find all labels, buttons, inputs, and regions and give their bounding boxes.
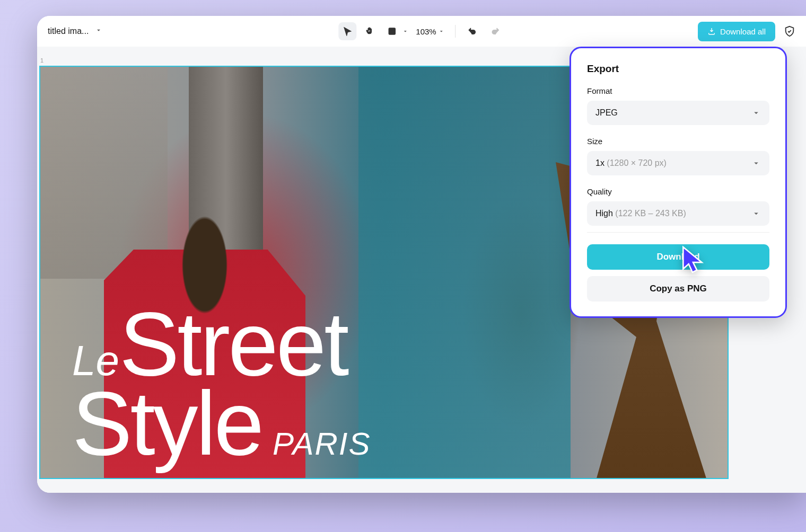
crop-tool-dropdown[interactable] — [383, 22, 408, 40]
crop-icon — [387, 26, 397, 36]
size-label: Size — [587, 137, 769, 146]
toolbar-center-group: 103% — [338, 22, 504, 40]
zoom-value: 103% — [416, 27, 436, 36]
chevron-down-icon — [751, 108, 761, 118]
quality-detail: (122 KB – 243 KB) — [615, 209, 686, 218]
cursor-icon — [343, 26, 352, 36]
quality-select[interactable]: High (122 KB – 243 KB) — [587, 201, 769, 226]
hand-tool[interactable] — [361, 22, 379, 40]
svg-rect-0 — [389, 28, 395, 34]
cursor-pointer-overlay — [680, 245, 707, 278]
photo-building — [358, 67, 571, 479]
chevron-down-icon — [751, 209, 761, 218]
redo-icon — [491, 26, 501, 36]
format-label: Format — [587, 86, 769, 95]
size-value: 1x — [595, 158, 604, 167]
quality-value: High — [595, 209, 613, 218]
file-name[interactable]: titled ima... — [48, 26, 89, 36]
quality-label: Quality — [587, 187, 769, 196]
select-tool[interactable] — [338, 22, 356, 40]
download-all-label: Download all — [720, 27, 766, 36]
download-button[interactable]: Download — [587, 244, 769, 270]
zoom-level-dropdown[interactable]: 103% — [413, 27, 448, 36]
redo-button[interactable] — [487, 22, 505, 40]
top-toolbar: titled ima... 103% — [37, 16, 806, 47]
chevron-down-icon — [402, 28, 408, 34]
hand-icon — [365, 26, 374, 36]
size-detail: (1280 × 720 px) — [607, 158, 667, 167]
toolbar-right-group: Download all — [698, 22, 795, 41]
hero-text-overlay: LeStreet StylePARIS — [72, 306, 371, 462]
size-select[interactable]: 1x (1280 × 720 px) — [587, 151, 769, 175]
export-panel-title: Export — [587, 63, 769, 75]
crop-tool — [383, 22, 401, 40]
download-icon — [707, 27, 716, 36]
format-select[interactable]: JPEG — [587, 101, 769, 125]
toolbar-divider — [455, 25, 456, 38]
format-value: JPEG — [595, 108, 618, 118]
file-dropdown[interactable] — [95, 26, 102, 36]
toolbar-left-group: titled ima... — [48, 26, 102, 36]
undo-icon — [468, 26, 477, 36]
undo-button[interactable] — [463, 22, 481, 40]
shield-icon[interactable] — [784, 25, 795, 37]
hero-text-paris: PARIS — [273, 426, 371, 462]
hero-text-style: Style — [72, 373, 262, 474]
export-panel: Export Format JPEG Size 1x (1280 × 720 p… — [570, 47, 787, 318]
chevron-down-icon — [95, 26, 102, 34]
cursor-arrow-icon — [680, 245, 707, 276]
chevron-down-icon — [751, 158, 761, 168]
export-divider — [587, 232, 769, 233]
download-all-button[interactable]: Download all — [698, 22, 775, 41]
chevron-down-icon — [439, 28, 445, 34]
copy-as-png-button[interactable]: Copy as PNG — [587, 276, 769, 302]
